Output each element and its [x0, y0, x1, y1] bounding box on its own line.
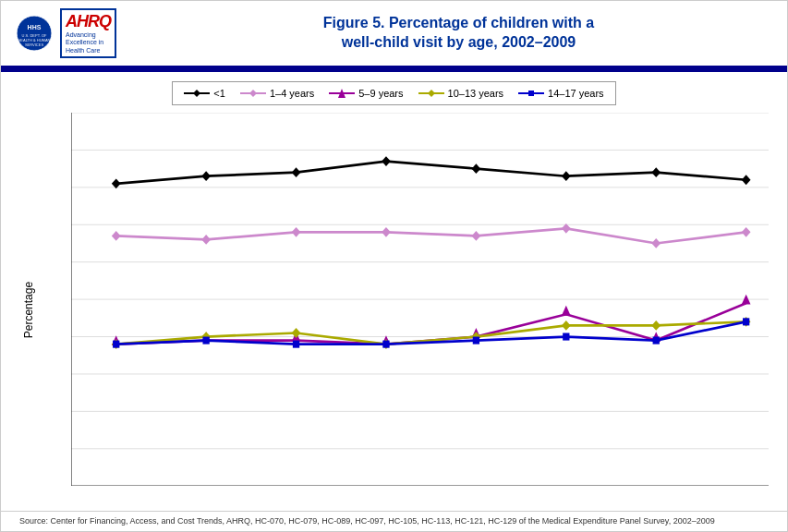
legend-label-5-9: 5–9 years — [358, 88, 403, 99]
svg-rect-66 — [743, 319, 749, 326]
legend-item-5-9: 5–9 years — [329, 88, 403, 99]
page-wrapper: HHS U.S. DEPT. OF HEALTH & HUMAN SERVICE… — [0, 0, 788, 532]
chart-title: Figure 5. Percentage of children with a … — [145, 14, 772, 53]
chart-legend: <1 1–4 years 5–9 years — [172, 81, 615, 105]
legend-line-1-4 — [240, 88, 266, 99]
legend-line-5-9 — [329, 88, 355, 99]
svg-marker-35 — [112, 231, 121, 241]
svg-marker-33 — [651, 167, 661, 177]
series-5-9 — [116, 303, 746, 344]
svg-rect-62 — [382, 341, 389, 348]
svg-marker-8 — [249, 90, 257, 97]
legend-label-10-13: 10–13 years — [448, 88, 504, 99]
svg-text:HHS: HHS — [28, 24, 42, 30]
legend-item-under1: <1 — [184, 88, 225, 99]
source-text: Source: Center for Financing, Access, an… — [1, 511, 787, 531]
chart-area: <1 1–4 years 5–9 years — [1, 72, 787, 511]
svg-marker-34 — [742, 175, 751, 186]
svg-marker-31 — [472, 163, 481, 174]
svg-marker-42 — [742, 227, 751, 237]
svg-rect-65 — [653, 337, 660, 345]
svg-marker-37 — [292, 227, 301, 237]
svg-rect-59 — [113, 341, 119, 348]
legend-item-10-13: 10–13 years — [418, 88, 504, 99]
legend-label-under1: <1 — [213, 88, 225, 99]
legend-line-14-17 — [518, 88, 544, 99]
legend-item-14-17: 14–17 years — [518, 88, 604, 99]
svg-marker-56 — [562, 320, 571, 331]
chart-container: Percentage — [19, 113, 769, 506]
y-axis-label: Percentage — [19, 113, 38, 506]
series-1-4 — [116, 228, 746, 243]
svg-marker-57 — [651, 320, 661, 331]
svg-marker-28 — [201, 172, 211, 182]
legend-item-1-4: 1–4 years — [240, 88, 314, 99]
svg-marker-30 — [382, 156, 391, 166]
svg-marker-36 — [201, 235, 211, 245]
legend-line-under1 — [184, 88, 210, 99]
svg-rect-60 — [202, 337, 209, 345]
svg-rect-14 — [528, 91, 534, 96]
svg-marker-32 — [562, 172, 571, 182]
svg-rect-61 — [293, 341, 299, 348]
ahrq-text: AHRQ — [66, 12, 111, 31]
series-under1 — [116, 162, 746, 184]
svg-marker-41 — [651, 238, 661, 248]
legend-label-1-4: 1–4 years — [270, 88, 314, 99]
svg-rect-63 — [473, 337, 479, 345]
svg-marker-38 — [382, 227, 391, 237]
svg-marker-29 — [292, 167, 301, 177]
header: HHS U.S. DEPT. OF HEALTH & HUMAN SERVICE… — [1, 1, 787, 68]
svg-rect-64 — [563, 333, 569, 341]
hhs-logo-icon: HHS U.S. DEPT. OF HEALTH & HUMAN SERVICE… — [16, 15, 53, 52]
ahrq-subtitle: Advancing Excellence in Health Care — [66, 31, 103, 54]
svg-marker-39 — [472, 231, 481, 241]
legend-label-14-17: 14–17 years — [548, 88, 604, 99]
legend-line-10-13 — [418, 88, 444, 99]
chart-svg: 100 90 80 70 60 50 40 30 20 10 0 2002 20… — [71, 113, 769, 486]
svg-marker-6 — [193, 90, 200, 97]
ahrq-logo-box: AHRQ Advancing Excellence in Health Care — [60, 8, 116, 58]
svg-marker-48 — [562, 306, 571, 316]
svg-marker-12 — [428, 90, 435, 97]
svg-text:SERVICES: SERVICES — [25, 42, 43, 47]
logo-area: HHS U.S. DEPT. OF HEALTH & HUMAN SERVICE… — [16, 8, 145, 58]
